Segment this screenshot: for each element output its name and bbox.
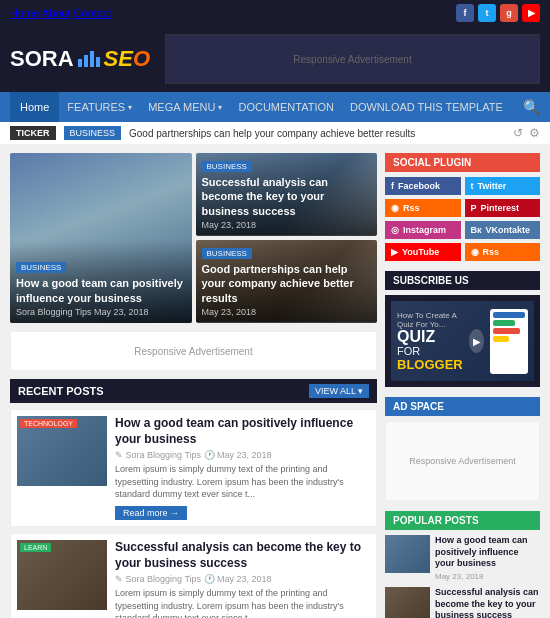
post-1-badge: TECHNOLOGY	[20, 419, 77, 428]
pinterest-btn[interactable]: P Pinterest	[465, 199, 541, 217]
pp-thumb-2	[385, 587, 430, 618]
featured-bottom-right-title: Good partnerships can help your company …	[202, 262, 372, 305]
quiz-blogger-text: BLOGGER	[397, 357, 463, 372]
post-2-badge: LEARN	[20, 543, 51, 552]
facebook-icon[interactable]: f	[456, 4, 474, 22]
ad-space-box: Responsive Advertisement	[385, 421, 540, 501]
yt-icon: ▶	[391, 247, 398, 257]
nav-download[interactable]: DOWNLOAD THIS TEMPLATE	[342, 92, 511, 122]
header-ad-banner: Responsive Advertisement	[165, 34, 540, 84]
rss-btn[interactable]: ◉ Rss	[385, 199, 461, 217]
logo-seo-text: SEO	[104, 46, 150, 72]
facebook-btn[interactable]: f Facebook	[385, 177, 461, 195]
sidebar: SOCIAL PLUGIN f Facebook t Twitter ◉ Rss…	[385, 153, 540, 618]
post-content-1: How a good team can positively influence…	[115, 416, 370, 520]
ad-space-header: AD SPACE	[385, 397, 540, 416]
nav-documentation[interactable]: DOCUMENTATION	[230, 92, 342, 122]
pp-date-1: May 23, 2018	[435, 572, 540, 581]
rss-icon: ◉	[391, 203, 399, 213]
featured-grid: BUSINESS How a good team can positively …	[10, 153, 377, 323]
nav-features[interactable]: FEATURES ▾	[59, 92, 140, 122]
nav-home[interactable]: Home	[10, 92, 59, 122]
home-link[interactable]: Home	[10, 7, 39, 19]
rss2-icon: ◉	[471, 247, 479, 257]
post-1-title[interactable]: How a good team can positively influence…	[115, 416, 370, 447]
instagram-btn[interactable]: ◎ Instagram	[385, 221, 461, 239]
pp-thumb-1	[385, 535, 430, 573]
popular-post-2[interactable]: Successful analysis can become the key t…	[385, 587, 540, 618]
header: SORA SEO Responsive Advertisement	[0, 26, 550, 92]
top-bar-links: Home About Contact	[10, 7, 112, 19]
navigation: Home FEATURES ▾ MEGA MENU ▾ DOCUMENTATIO…	[0, 92, 550, 122]
twitter-icon[interactable]: t	[478, 4, 496, 22]
youtube-btn[interactable]: ▶ YouTube	[385, 243, 461, 261]
logo[interactable]: SORA SEO	[10, 46, 150, 72]
twitter-btn[interactable]: t Twitter	[465, 177, 541, 195]
top-bar-socials: f t g ▶	[456, 4, 540, 22]
logo-bars	[78, 51, 100, 67]
ticker-badge: BUSINESS	[64, 126, 122, 140]
recent-posts-section: RECENT POSTS VIEW ALL ▾ TECHNOLOGY How a…	[10, 379, 377, 618]
quiz-for-text: FOR	[397, 345, 463, 357]
quiz-card[interactable]: How To Create A Quiz For Yo... QUIZ FOR …	[391, 301, 534, 381]
view-all-button[interactable]: VIEW ALL ▾	[309, 384, 369, 398]
settings-icon[interactable]: ⚙	[529, 126, 540, 140]
post-thumb-1: TECHNOLOGY	[17, 416, 107, 520]
vkontakte-btn[interactable]: Вк VKontakte	[465, 221, 541, 239]
featured-top-right[interactable]: BUSINESS Successful analysis can become …	[196, 153, 378, 236]
quiz-chart	[490, 309, 528, 374]
pp-title-2: Successful analysis can become the key t…	[435, 587, 540, 618]
ticker-icons[interactable]: ↺ ⚙	[513, 126, 540, 140]
social-grid: f Facebook t Twitter ◉ Rss P Pinterest ◎…	[385, 177, 540, 261]
ig-icon: ◎	[391, 225, 399, 235]
about-link[interactable]: About	[42, 7, 71, 19]
social-plugin-header: SOCIAL PLUGIN	[385, 153, 540, 172]
ticker-text: Good partnerships can help your company …	[129, 128, 415, 139]
featured-top-right-badge: BUSINESS	[202, 161, 252, 172]
subscribe-section: SUBSCRIBE US How To Create A Quiz For Yo…	[385, 271, 540, 387]
post-thumb-2: LEARN	[17, 540, 107, 618]
subscribe-header: SUBSCRIBE US	[385, 271, 540, 290]
popular-posts-header: POPULAR POSTS	[385, 511, 540, 530]
nav-mega-menu[interactable]: MEGA MENU ▾	[140, 92, 230, 122]
vk-icon: Вк	[471, 225, 482, 235]
googleplus-icon[interactable]: g	[500, 4, 518, 22]
post-2-meta: ✎ Sora Blogging Tips 🕐 May 23, 2018	[115, 574, 370, 584]
post-2-excerpt: Lorem ipsum is simply dummy text of the …	[115, 587, 370, 618]
tw-icon: t	[471, 181, 474, 191]
main-content: BUSINESS How a good team can positively …	[10, 153, 377, 618]
post-1-readmore[interactable]: Read more →	[115, 506, 187, 520]
featured-bottom-right[interactable]: BUSINESS Good partnerships can help your…	[196, 240, 378, 323]
rss2-btn[interactable]: ◉ Rss	[465, 243, 541, 261]
post-item-2: LEARN Successful analysis can become the…	[10, 533, 377, 618]
post-item-1: TECHNOLOGY How a good team can positivel…	[10, 409, 377, 527]
nav-search-icon[interactable]: 🔍	[523, 99, 540, 115]
quiz-play-btn[interactable]: ▶	[469, 329, 485, 353]
top-bar: Home About Contact f t g ▶	[0, 0, 550, 26]
featured-bottom-right-meta: May 23, 2018	[202, 307, 372, 317]
popular-posts-section: POPULAR POSTS How a good team can positi…	[385, 511, 540, 618]
pin-icon: P	[471, 203, 477, 213]
featured-top-right-meta: May 23, 2018	[202, 220, 372, 230]
quiz-how-text: How To Create A Quiz For Yo...	[397, 311, 463, 329]
featured-large[interactable]: BUSINESS How a good team can positively …	[10, 153, 192, 323]
recent-posts-header: RECENT POSTS VIEW ALL ▾	[10, 379, 377, 403]
post-content-2: Successful analysis can become the key t…	[115, 540, 370, 618]
recent-posts-title: RECENT POSTS	[18, 385, 104, 397]
post-2-title[interactable]: Successful analysis can become the key t…	[115, 540, 370, 571]
popular-post-1[interactable]: How a good team can positively influence…	[385, 535, 540, 581]
featured-large-badge: BUSINESS	[16, 262, 66, 273]
youtube-icon[interactable]: ▶	[522, 4, 540, 22]
pp-content-1: How a good team can positively influence…	[435, 535, 540, 581]
featured-large-meta: Sora Blogging Tips May 23, 2018	[16, 307, 186, 317]
ticker-label: TICKER	[10, 126, 56, 140]
pp-title-1: How a good team can positively influence…	[435, 535, 540, 570]
refresh-icon[interactable]: ↺	[513, 126, 523, 140]
quiz-left: How To Create A Quiz For Yo... QUIZ FOR …	[397, 311, 463, 372]
featured-large-title: How a good team can positively influence…	[16, 276, 186, 305]
pp-content-2: Successful analysis can become the key t…	[435, 587, 540, 618]
ticker: TICKER BUSINESS Good partnerships can he…	[0, 122, 550, 145]
featured-bottom-right-badge: BUSINESS	[202, 248, 252, 259]
featured-top-right-title: Successful analysis can become the key t…	[202, 175, 372, 218]
contact-link[interactable]: Contact	[74, 7, 112, 19]
